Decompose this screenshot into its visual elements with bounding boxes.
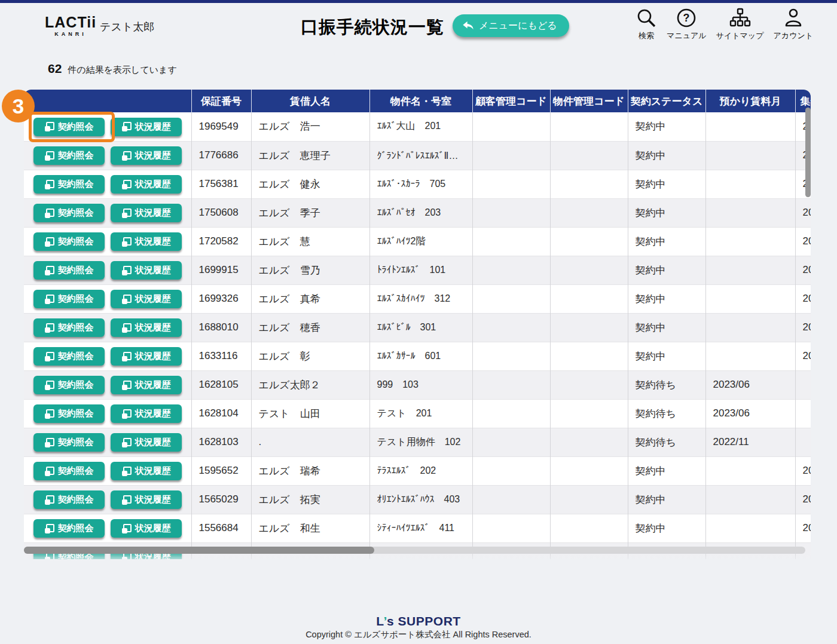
actions-cell: 契約照会状況履歴 xyxy=(24,198,191,227)
actions-cell: 契約照会状況履歴 xyxy=(24,313,191,342)
guarantee-number-cell: 1595652 xyxy=(191,456,251,485)
contract-inquiry-button[interactable]: 契約照会 xyxy=(33,232,105,251)
account-icon xyxy=(783,7,804,29)
nav-search[interactable]: 検索 xyxy=(636,7,657,41)
contract-inquiry-button[interactable]: 契約照会 xyxy=(33,347,105,366)
contract-inquiry-button[interactable]: 契約照会 xyxy=(33,261,105,280)
status-history-button[interactable]: 状況履歴 xyxy=(111,490,182,509)
status-history-button[interactable]: 状況履歴 xyxy=(111,290,182,308)
contract-inquiry-button-label: 契約照会 xyxy=(58,121,94,133)
contract-status-cell: 契約中 xyxy=(628,141,705,170)
nav-account[interactable]: アカウント xyxy=(773,7,813,41)
status-history-button[interactable]: 状況履歴 xyxy=(111,232,182,251)
search-icon xyxy=(636,7,657,29)
contract-status-cell: 契約中 xyxy=(628,514,705,542)
pages-icon xyxy=(122,467,132,476)
contract-inquiry-button[interactable]: 契約照会 xyxy=(33,376,105,394)
pages-icon xyxy=(122,295,132,304)
deposit-month-cell xyxy=(705,141,795,170)
status-history-button[interactable]: 状況履歴 xyxy=(111,462,182,480)
contract-inquiry-button[interactable]: 契約照会 xyxy=(33,118,105,136)
contract-inquiry-button[interactable]: 契約照会 xyxy=(33,462,105,480)
nav-manual[interactable]: ? マニュアル xyxy=(667,7,707,41)
table-row: 契約照会状況履歴1628103.テスト用物件 102契約待ち2022/11 xyxy=(24,428,811,456)
property-name-cell: ｴﾙｽﾞ･ｽｶｰﾗ 705 xyxy=(369,170,472,198)
pages-icon xyxy=(122,122,132,131)
table-row: 契約照会状況履歴1556684エルズ 和生ｼﾃｨｰﾊｲﾂｴﾙｽﾞ 411契約中2… xyxy=(24,514,811,542)
contract-inquiry-button[interactable]: 契約照会 xyxy=(33,404,105,423)
results-count: 62 xyxy=(48,62,62,76)
contract-inquiry-button[interactable]: 契約照会 xyxy=(33,318,105,337)
collection-cell: 20 xyxy=(795,256,811,284)
guarantee-number-cell: 1628105 xyxy=(191,370,251,399)
collection-cell: 20 xyxy=(795,227,811,256)
tenant-name-cell: エルズ 雪乃 xyxy=(251,256,369,284)
status-history-button-label: 状況履歴 xyxy=(135,236,171,247)
deposit-month-cell xyxy=(705,514,795,542)
guarantee-number-cell: 1750608 xyxy=(191,198,251,227)
tenant-name-cell: エルズ 和生 xyxy=(251,514,369,542)
property-name-cell: ｴﾙｽﾞｶｻｰﾙ 601 xyxy=(369,342,472,370)
property-code-cell xyxy=(550,112,628,141)
contract-inquiry-button[interactable]: 契約照会 xyxy=(33,519,105,538)
contract-inquiry-button[interactable]: 契約照会 xyxy=(33,175,105,194)
property-name-cell: ｴﾙｽﾞｽｶｲﾊｲﾂ 312 xyxy=(369,284,472,313)
horizontal-scrollbar-track[interactable] xyxy=(24,547,805,554)
status-history-button[interactable]: 状況履歴 xyxy=(111,146,182,165)
status-history-button[interactable]: 状況履歴 xyxy=(111,261,182,280)
status-history-button-label: 状況履歴 xyxy=(135,408,171,419)
collection-cell: 20 xyxy=(795,514,811,542)
property-name-cell: ｸﾞﾗﾝﾄﾞﾊﾟﾚｽｴﾙｽﾞⅡ… xyxy=(369,141,472,170)
status-history-button[interactable]: 状況履歴 xyxy=(111,118,182,136)
status-history-button[interactable]: 状況履歴 xyxy=(111,433,182,452)
nav-sitemap[interactable]: サイトマップ xyxy=(716,7,764,41)
vertical-scrollbar-thumb[interactable] xyxy=(805,108,811,197)
collection-cell xyxy=(795,370,811,399)
status-history-button[interactable]: 状況履歴 xyxy=(111,404,182,423)
status-history-button[interactable]: 状況履歴 xyxy=(111,175,182,194)
property-code-cell xyxy=(550,170,628,198)
property-name-cell: ｵﾘｴﾝﾄｴﾙｽﾞﾊｳｽ 403 xyxy=(369,485,472,514)
actions-cell: 契約照会状況履歴 xyxy=(24,227,191,256)
status-table: 保証番号 賃借人名 物件名・号室 顧客管理コード 物件管理コード 契約ステータス… xyxy=(24,90,811,559)
guarantee-number-cell: 1756381 xyxy=(191,170,251,198)
status-history-button-label: 状況履歴 xyxy=(135,121,171,133)
nav-manual-label: マニュアル xyxy=(667,30,707,41)
actions-cell: 契約照会状況履歴 xyxy=(24,428,191,456)
col-header-actions xyxy=(24,90,191,112)
collection-cell xyxy=(795,399,811,428)
tenant-name-cell: エルズ太郎２ xyxy=(251,370,369,399)
customer-code-cell xyxy=(472,313,550,342)
contract-inquiry-button[interactable]: 契約照会 xyxy=(33,146,105,165)
customer-code-cell xyxy=(472,399,550,428)
status-history-button[interactable]: 状況履歴 xyxy=(111,204,182,222)
pages-icon xyxy=(122,323,132,333)
pages-icon xyxy=(45,295,54,304)
nav-search-label: 検索 xyxy=(639,30,654,41)
sitemap-icon xyxy=(729,7,751,29)
footer: L’s SUPPORT Copyright © エルズサポート株式会社 All … xyxy=(0,614,837,640)
property-code-cell xyxy=(550,485,628,514)
actions-cell: 契約照会状況履歴 xyxy=(24,256,191,284)
back-to-menu-button[interactable]: メニューにもどる xyxy=(453,14,569,37)
pages-icon xyxy=(122,409,132,419)
horizontal-scrollbar-thumb[interactable] xyxy=(24,547,374,554)
status-history-button[interactable]: 状況履歴 xyxy=(111,318,182,337)
nav-sitemap-label: サイトマップ xyxy=(716,30,764,41)
status-history-button[interactable]: 状況履歴 xyxy=(111,376,182,394)
app-logo[interactable]: LACTii KANRI xyxy=(45,15,96,37)
contract-status-cell: 契約待ち xyxy=(628,428,705,456)
collection-cell: 20 xyxy=(795,284,811,313)
logged-in-user-name: テスト太郎 xyxy=(100,20,154,34)
status-history-button[interactable]: 状況履歴 xyxy=(111,519,182,538)
col-header-property-code: 物件管理コード xyxy=(550,90,628,112)
contract-inquiry-button[interactable]: 契約照会 xyxy=(33,490,105,509)
contract-inquiry-button-label: 契約照会 xyxy=(58,293,94,305)
deposit-month-cell xyxy=(705,256,795,284)
contract-inquiry-button[interactable]: 契約照会 xyxy=(33,433,105,452)
contract-inquiry-button[interactable]: 契約照会 xyxy=(33,290,105,308)
contract-inquiry-button[interactable]: 契約照会 xyxy=(33,204,105,222)
status-history-button[interactable]: 状況履歴 xyxy=(111,347,182,366)
actions-cell: 契約照会状況履歴 xyxy=(24,456,191,485)
property-code-cell xyxy=(550,428,628,456)
